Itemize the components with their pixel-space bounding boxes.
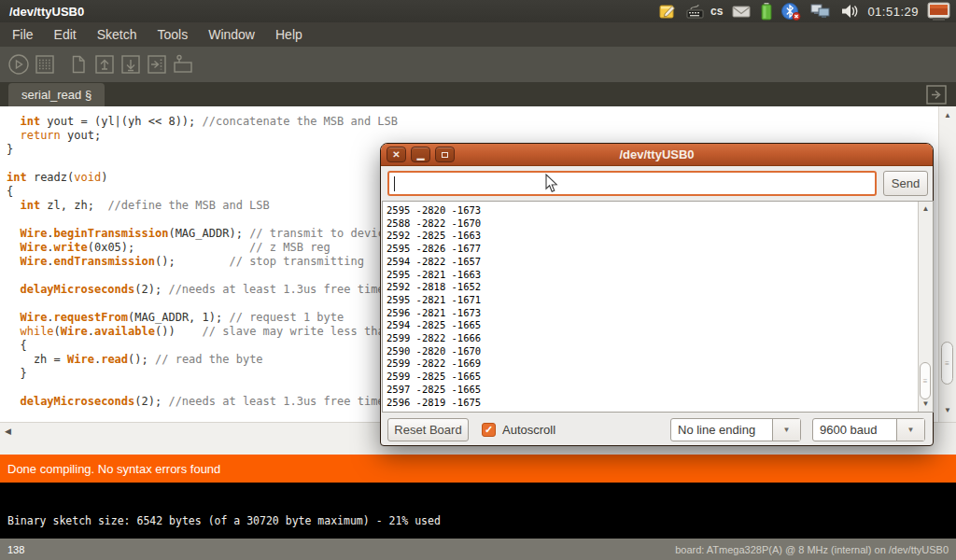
line-ending-value: No line ending — [671, 419, 772, 441]
baud-value: 9600 baud — [813, 419, 896, 441]
code-segment: endTransmission — [54, 255, 155, 268]
chevron-down-icon[interactable]: ▼ — [896, 419, 924, 441]
send-button-label: Send — [892, 176, 920, 190]
code-segment — [7, 283, 20, 296]
system-tray: cs 01:51:29 — [658, 2, 956, 21]
toolbar-stop-button[interactable] — [33, 52, 57, 77]
toolbar-save-button[interactable] — [119, 52, 143, 77]
code-segment: (2); — [134, 283, 168, 296]
menu-item-window[interactable]: Window — [198, 22, 265, 47]
serial-output[interactable]: 2595 -2820 -16732588 -2822 -16702592 -28… — [382, 201, 934, 413]
window-title: /dev/ttyUSB0 — [0, 5, 658, 19]
serial-line: 2590 -2820 -1670 — [387, 345, 933, 358]
serial-input[interactable] — [387, 171, 877, 196]
tab-menu-button[interactable] — [926, 85, 947, 105]
editor-scrollbar-thumb[interactable]: ≡ — [941, 342, 953, 385]
code-segment: yout; — [61, 129, 101, 142]
code-line: int yout = (yl|(yh << 8)); //concatenate… — [7, 115, 956, 129]
scroll-down-icon[interactable]: ▼ — [919, 400, 933, 408]
code-segment: (); — [155, 255, 229, 268]
baud-select[interactable]: 9600 baud ▼ — [812, 418, 925, 441]
serial-line: 2592 -2825 -1663 — [387, 230, 933, 243]
scroll-left-icon[interactable]: ◀ — [5, 427, 11, 436]
code-segment: Wire — [20, 255, 47, 268]
scroll-down-icon[interactable]: ▼ — [939, 407, 956, 414]
code-segment: available — [94, 325, 155, 338]
editor-vertical-scrollbar[interactable]: ▲ ≡ ▼ — [938, 106, 956, 422]
code-segment: requestFrom — [54, 311, 128, 324]
status-bar: Done compiling. No syntax errors found — [0, 455, 956, 483]
minimize-button[interactable]: ▁ — [411, 147, 430, 162]
code-segment: { — [7, 339, 27, 352]
bluetooth-icon[interactable] — [781, 2, 801, 21]
tab-serial-read[interactable]: serial_read § — [8, 83, 105, 106]
code-segment: } — [7, 367, 27, 380]
tab-label: serial_read § — [21, 88, 91, 102]
serial-scrollbar-thumb[interactable]: ≡ — [920, 362, 931, 399]
notes-icon[interactable] — [658, 2, 677, 21]
serial-monitor-window: /dev/ttyUSB0 ✕ ▁ Send 2595 -2820 -167325… — [380, 143, 934, 446]
mail-icon[interactable] — [731, 3, 752, 20]
line-number: 138 — [0, 544, 675, 555]
scroll-up-icon[interactable]: ▲ — [939, 112, 956, 119]
serial-output-lines: 2595 -2820 -16732588 -2822 -16702592 -28… — [383, 202, 933, 409]
serial-line: 2599 -2822 -1666 — [387, 332, 933, 345]
toolbar-serial-monitor-button[interactable] — [171, 52, 195, 77]
battery-icon[interactable] — [760, 2, 773, 21]
serial-scrollbar[interactable]: ▲ ≡ ▼ — [918, 202, 933, 412]
toolbar-open-button[interactable] — [92, 52, 117, 77]
toolbar-verify-button[interactable] — [7, 52, 31, 77]
menu-item-sketch[interactable]: Sketch — [87, 22, 148, 47]
serial-monitor-title: /dev/ttyUSB0 — [381, 147, 933, 161]
session-icon[interactable] — [927, 2, 950, 21]
code-segment — [7, 227, 20, 240]
keyboard-layout-label[interactable]: cs — [710, 5, 723, 18]
serial-monitor-titlebar[interactable]: /dev/ttyUSB0 ✕ ▁ — [381, 144, 933, 166]
toolbar-new-button[interactable] — [66, 52, 91, 77]
serial-line: 2595 -2821 -1663 — [387, 269, 933, 282]
code-segment: } — [7, 143, 13, 156]
tab-bar: serial_read § — [0, 82, 956, 106]
code-segment: ()) — [155, 325, 203, 338]
network-icon[interactable] — [809, 2, 832, 21]
chevron-down-icon[interactable]: ▼ — [772, 419, 800, 441]
keyboard-layout-icon[interactable] — [685, 2, 706, 21]
serial-line: 2594 -2825 -1665 — [387, 319, 933, 332]
console-output: Binary sketch size: 6542 bytes (of a 307… — [7, 514, 441, 527]
code-segment: zl, zh; — [40, 199, 107, 212]
reset-board-button[interactable]: Reset Board — [387, 418, 469, 441]
line-ending-select[interactable]: No line ending ▼ — [670, 418, 801, 441]
code-segment — [7, 129, 20, 142]
code-segment: // slave may write less than — [203, 325, 391, 338]
code-segment: // request 1 byte — [229, 311, 344, 324]
code-segment: . — [88, 325, 94, 338]
toolbar-upload-button[interactable] — [145, 52, 169, 77]
send-button[interactable]: Send — [883, 171, 928, 196]
volume-icon[interactable] — [840, 2, 859, 21]
serial-line: 2599 -2825 -1665 — [387, 371, 933, 384]
close-button[interactable]: ✕ — [387, 147, 406, 162]
maximize-button[interactable] — [435, 147, 455, 162]
scroll-up-icon[interactable]: ▲ — [919, 205, 933, 213]
serial-line: 2594 -2822 -1657 — [387, 256, 933, 269]
code-segment — [7, 115, 20, 128]
arrow-right-box-icon — [926, 85, 947, 105]
code-segment — [7, 241, 20, 254]
menu-item-help[interactable]: Help — [265, 22, 313, 47]
code-segment: write — [54, 241, 88, 254]
code-segment: return — [20, 129, 60, 142]
menu-item-file[interactable]: File — [2, 22, 44, 47]
code-segment: . — [47, 311, 53, 324]
menu-item-tools[interactable]: Tools — [148, 22, 199, 47]
code-segment: //needs at least 1.3us free time — [168, 283, 384, 296]
autoscroll-checkbox[interactable]: ✓ — [482, 423, 496, 437]
code-segment: (); — [128, 353, 155, 366]
serial-line: 2595 -2826 -1677 — [387, 243, 933, 256]
code-segment: //concatenate the MSB and LSB — [203, 115, 399, 128]
serial-line: 2597 -2825 -1665 — [387, 384, 933, 397]
menu-item-edit[interactable]: Edit — [44, 22, 87, 47]
clock[interactable]: 01:51:29 — [867, 5, 919, 19]
code-segment: beginTransmission — [54, 227, 169, 240]
code-segment: { — [7, 185, 13, 198]
code-segment — [7, 325, 20, 338]
